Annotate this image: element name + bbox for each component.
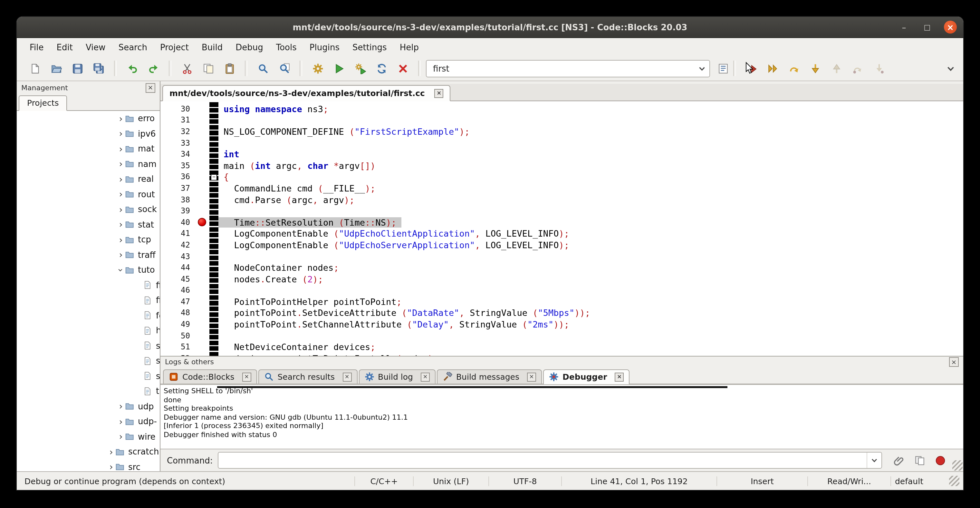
- expand-arrow-icon[interactable]: ›: [117, 220, 125, 229]
- command-input[interactable]: [218, 454, 867, 467]
- menu-help[interactable]: Help: [393, 40, 425, 54]
- tree-item-scratch[interactable]: ›scratch: [17, 444, 160, 459]
- close-editor-tab-button[interactable]: ×: [434, 89, 444, 98]
- stop-debugger-button[interactable]: [932, 452, 948, 468]
- tree-item-ipv6[interactable]: ›ipv6: [17, 126, 160, 141]
- close-button[interactable]: ×: [944, 21, 957, 33]
- chevron-down-icon[interactable]: [697, 64, 707, 73]
- project-tree[interactable]: ›erro›ipv6›mat›nam›real›rout›sock›stat›t…: [17, 110, 160, 471]
- code-line-35[interactable]: 35main (int argc, char *argv[]): [161, 160, 963, 171]
- code-line-30[interactable]: 30using namespace ns3;: [161, 103, 963, 115]
- copy-button[interactable]: [199, 60, 217, 77]
- minimize-button[interactable]: –: [897, 21, 910, 33]
- fold-marker[interactable]: −: [211, 174, 217, 180]
- code-line-46[interactable]: 46: [161, 285, 963, 296]
- debug-continue-button[interactable]: [742, 60, 760, 77]
- step-out-button[interactable]: [827, 60, 845, 77]
- find-in-files-button[interactable]: [275, 60, 293, 77]
- step-into-instruction-button[interactable]: [870, 60, 888, 77]
- code-line-38[interactable]: 38 cmd.Parse (argc, argv);: [161, 194, 963, 205]
- next-line-button[interactable]: [785, 60, 803, 77]
- expand-arrow-icon[interactable]: ›: [117, 205, 125, 214]
- code-line-49[interactable]: 49 pointToPoint.SetChannelAttribute ("De…: [161, 319, 963, 330]
- code-line-31[interactable]: 31: [161, 115, 963, 126]
- close-debugger-tab-button[interactable]: ×: [615, 372, 624, 381]
- tree-item-mat[interactable]: ›mat: [17, 141, 160, 156]
- tree-item-src[interactable]: ›src: [17, 459, 160, 471]
- tree-item-fif[interactable]: fif: [17, 277, 160, 293]
- tree-item-stat[interactable]: ›stat: [17, 217, 160, 232]
- menu-debug[interactable]: Debug: [229, 40, 270, 54]
- editor-tab-first-cc[interactable]: mnt/dev/tools/source/ns-3-dev/examples/t…: [162, 85, 451, 101]
- tree-item-sock[interactable]: ›sock: [17, 202, 160, 217]
- tree-item-th[interactable]: th: [17, 384, 160, 399]
- tree-item-nam[interactable]: ›nam: [17, 156, 160, 172]
- code-line-40[interactable]: 40 Time::SetResolution (Time::NS);: [161, 217, 963, 228]
- tree-item-udp[interactable]: ›udp: [17, 399, 160, 414]
- debugger-output[interactable]: Setting SHELL to '/bin/sh'doneSetting br…: [161, 384, 963, 449]
- expand-arrow-icon[interactable]: ›: [117, 144, 125, 153]
- expand-arrow-icon[interactable]: ›: [117, 190, 125, 199]
- maximize-button[interactable]: □: [921, 21, 934, 33]
- expand-arrow-icon[interactable]: ›: [107, 447, 115, 456]
- save-button[interactable]: [68, 60, 86, 77]
- tree-item-six[interactable]: six: [17, 368, 160, 384]
- tree-item-tcp[interactable]: ›tcp: [17, 232, 160, 247]
- tree-item-se[interactable]: se: [17, 338, 160, 353]
- next-instruction-button[interactable]: [849, 60, 867, 77]
- tab-search-results[interactable]: Search results×: [258, 369, 358, 384]
- command-dropdown-button[interactable]: [867, 452, 881, 468]
- tab-projects[interactable]: Projects: [19, 96, 67, 111]
- expand-arrow-icon[interactable]: ›: [117, 235, 125, 244]
- menu-search[interactable]: Search: [112, 40, 154, 54]
- menu-plugins[interactable]: Plugins: [303, 40, 346, 54]
- tab-debugger[interactable]: Debugger×: [543, 369, 630, 384]
- run-button[interactable]: [330, 60, 348, 77]
- tree-item-fir[interactable]: fir: [17, 293, 160, 308]
- expand-arrow-icon[interactable]: ›: [117, 250, 125, 260]
- tree-item-real[interactable]: ›real: [17, 172, 160, 186]
- expand-arrow-icon[interactable]: ›: [107, 463, 115, 471]
- code-editor[interactable]: 30using namespace ns3;3132NS_LOG_COMPONE…: [161, 101, 963, 356]
- build-target-combo[interactable]: first: [426, 60, 710, 77]
- tab-code-blocks[interactable]: Code::Blocks×: [163, 369, 257, 384]
- tree-item-se[interactable]: se: [17, 353, 160, 368]
- redo-button[interactable]: [144, 60, 162, 77]
- tree-item-he[interactable]: he: [17, 323, 160, 338]
- tree-item-wire[interactable]: ›wire: [17, 429, 160, 444]
- code-line-37[interactable]: 37 CommandLine cmd (__FILE__);: [161, 182, 963, 194]
- menu-view[interactable]: View: [79, 40, 112, 54]
- tree-item-udp[interactable]: ›udp-: [17, 414, 160, 429]
- tab-build-log[interactable]: Build log×: [359, 369, 436, 384]
- menu-settings[interactable]: Settings: [346, 40, 393, 54]
- breakpoint-marker[interactable]: [197, 218, 206, 226]
- code-line-41[interactable]: 41 LogComponentEnable ("UdpEchoClientApp…: [161, 228, 963, 239]
- toolbar-overflow-button[interactable]: [941, 60, 959, 77]
- expand-arrow-icon[interactable]: ›: [117, 417, 125, 426]
- code-line-39[interactable]: 39: [161, 205, 963, 217]
- code-line-50[interactable]: 50: [161, 330, 963, 341]
- code-line-42[interactable]: 42 LogComponentEnable ("UdpEchoServerApp…: [161, 239, 963, 250]
- close-build-messages-tab-button[interactable]: ×: [527, 372, 536, 381]
- build-button[interactable]: [309, 60, 327, 77]
- close-logs-button[interactable]: ×: [949, 357, 959, 367]
- step-into-button[interactable]: [806, 60, 824, 77]
- code-line-43[interactable]: 43: [161, 250, 963, 262]
- paste-button[interactable]: [220, 60, 239, 77]
- run-to-cursor-button[interactable]: [764, 60, 781, 77]
- open-button[interactable]: [47, 60, 65, 77]
- close-management-button[interactable]: ×: [146, 83, 155, 92]
- code-line-34[interactable]: 34int: [161, 149, 963, 160]
- find-button[interactable]: [254, 60, 272, 77]
- tree-item-traff[interactable]: ›traff: [17, 247, 160, 263]
- code-line-32[interactable]: 32NS_LOG_COMPONENT_DEFINE ("FirstScriptE…: [161, 126, 963, 137]
- logs-resize-grip[interactable]: [952, 460, 963, 471]
- build-and-run-button[interactable]: [351, 60, 369, 77]
- attach-file-button[interactable]: [891, 452, 907, 468]
- window-resize-grip[interactable]: [949, 476, 959, 486]
- code-line-48[interactable]: 48 pointToPoint.SetDeviceAttribute ("Dat…: [161, 307, 963, 318]
- save-all-button[interactable]: [89, 60, 108, 77]
- expand-arrow-icon[interactable]: ›: [117, 432, 125, 441]
- code-line-51[interactable]: 51 NetDeviceContainer devices;: [161, 341, 963, 353]
- code-line-36[interactable]: 36{−: [161, 171, 963, 182]
